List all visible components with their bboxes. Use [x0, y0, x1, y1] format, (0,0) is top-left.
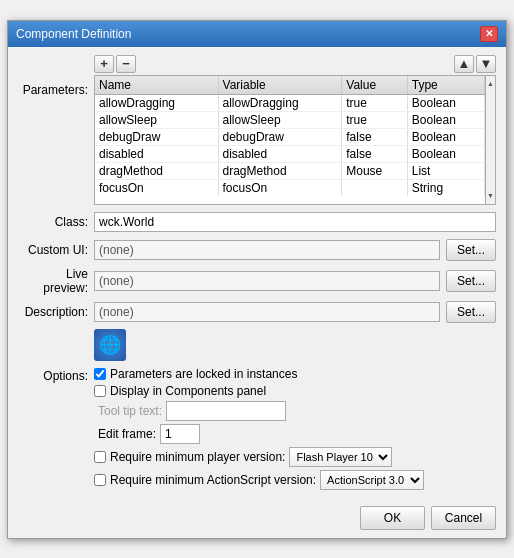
as-version-dropdown[interactable]: ActionScript 3.0ActionScript 2.0 — [320, 470, 424, 490]
table-cell: Boolean — [407, 128, 484, 145]
parameters-section: Parameters: + − ▲ ▼ — [18, 55, 496, 205]
col-variable: Variable — [218, 76, 342, 95]
move-up-button[interactable]: ▲ — [454, 55, 474, 73]
locked-params-checkbox[interactable] — [94, 368, 106, 380]
table-cell: true — [342, 111, 408, 128]
display-components-checkbox[interactable] — [94, 385, 106, 397]
version1-row: Require minimum player version: Flash Pl… — [94, 447, 496, 467]
table-row[interactable]: focusOnfocusOnString — [95, 179, 485, 196]
player-version-dropdown[interactable]: Flash Player 10Flash Player 11Flash Play… — [289, 447, 392, 467]
icon-row: 🌐 — [18, 329, 496, 361]
table-cell: focusOn — [95, 179, 218, 196]
scroll-up-arrow[interactable]: ▲ — [486, 78, 496, 90]
options-label: Options: — [18, 367, 88, 383]
table-cell: dragMethod — [218, 162, 342, 179]
locked-params-label: Parameters are locked in instances — [110, 367, 297, 381]
editframe-input[interactable] — [160, 424, 200, 444]
table-row[interactable]: disableddisabledfalseBoolean — [95, 145, 485, 162]
class-input[interactable] — [94, 212, 496, 232]
custom-ui-set-button[interactable]: Set... — [446, 239, 496, 261]
display-components-label: Display in Components panel — [110, 384, 266, 398]
min-player-checkbox[interactable] — [94, 451, 106, 463]
title-bar: Component Definition ✕ — [8, 21, 506, 47]
live-preview-row: Live preview: Set... — [18, 267, 496, 295]
table-cell — [342, 179, 408, 196]
table-cell: debugDraw — [95, 128, 218, 145]
live-preview-label: Live preview: — [18, 267, 88, 295]
remove-param-button[interactable]: − — [116, 55, 136, 73]
custom-ui-input[interactable] — [94, 240, 440, 260]
table-cell: allowDragging — [95, 94, 218, 111]
description-input[interactable] — [94, 302, 440, 322]
parameters-label: Parameters: — [18, 55, 88, 97]
add-param-button[interactable]: + — [94, 55, 114, 73]
custom-ui-label: Custom UI: — [18, 243, 88, 257]
table-cell: Mouse — [342, 162, 408, 179]
params-table: Name Variable Value Type allowDraggingal… — [95, 76, 485, 196]
table-row[interactable]: allowSleepallowSleeptrueBoolean — [95, 111, 485, 128]
close-button[interactable]: ✕ — [480, 26, 498, 42]
cancel-button[interactable]: Cancel — [431, 506, 496, 530]
table-row[interactable]: dragMethoddragMethodMouseList — [95, 162, 485, 179]
live-preview-input[interactable] — [94, 271, 440, 291]
table-cell: Boolean — [407, 145, 484, 162]
description-label: Description: — [18, 305, 88, 319]
scrollbar-track[interactable]: ▲ ▼ — [486, 75, 496, 205]
tooltip-row: Tool tip text: — [98, 401, 496, 421]
table-cell: dragMethod — [95, 162, 218, 179]
table-cell: allowSleep — [95, 111, 218, 128]
scroll-down-arrow[interactable]: ▼ — [486, 190, 496, 202]
dialog-footer: OK Cancel — [8, 500, 506, 538]
table-cell: String — [407, 179, 484, 196]
class-row: Class: — [18, 211, 496, 233]
live-preview-set-button[interactable]: Set... — [446, 270, 496, 292]
table-cell: focusOn — [218, 179, 342, 196]
col-value: Value — [342, 76, 408, 95]
col-type: Type — [407, 76, 484, 95]
parameters-right: + − ▲ ▼ Name Variable — [94, 55, 496, 205]
table-cell: disabled — [95, 145, 218, 162]
ok-button[interactable]: OK — [360, 506, 425, 530]
params-toolbar: + − ▲ ▼ — [94, 55, 496, 73]
editframe-row: Edit frame: — [98, 424, 496, 444]
dialog-body: Parameters: + − ▲ ▼ — [8, 47, 506, 500]
table-cell: debugDraw — [218, 128, 342, 145]
table-cell: false — [342, 128, 408, 145]
min-player-label: Require minimum player version: — [110, 450, 285, 464]
table-cell: allowDragging — [218, 94, 342, 111]
table-cell: allowSleep — [218, 111, 342, 128]
dialog-title: Component Definition — [16, 27, 131, 41]
params-table-container: Name Variable Value Type allowDraggingal… — [94, 75, 486, 205]
col-name: Name — [95, 76, 218, 95]
table-with-scroll: Name Variable Value Type allowDraggingal… — [94, 75, 496, 205]
min-as-label: Require minimum ActionScript version: — [110, 473, 316, 487]
options-right: Parameters are locked in instances Displ… — [94, 367, 496, 490]
params-toolbar-left: + − — [94, 55, 136, 73]
table-cell: Boolean — [407, 111, 484, 128]
move-down-button[interactable]: ▼ — [476, 55, 496, 73]
description-set-button[interactable]: Set... — [446, 301, 496, 323]
tooltip-label: Tool tip text: — [98, 404, 162, 418]
table-cell: Boolean — [407, 94, 484, 111]
editframe-label: Edit frame: — [98, 427, 156, 441]
table-row[interactable]: debugDrawdebugDrawfalseBoolean — [95, 128, 485, 145]
options-section: Options: Parameters are locked in instan… — [18, 367, 496, 490]
checkbox1-row: Parameters are locked in instances — [94, 367, 496, 381]
globe-icon: 🌐 — [94, 329, 126, 361]
custom-ui-row: Custom UI: Set... — [18, 239, 496, 261]
params-toolbar-right: ▲ ▼ — [454, 55, 496, 73]
description-row: Description: Set... — [18, 301, 496, 323]
checkbox2-row: Display in Components panel — [94, 384, 496, 398]
table-cell: true — [342, 94, 408, 111]
min-as-checkbox[interactable] — [94, 474, 106, 486]
table-cell: disabled — [218, 145, 342, 162]
class-label: Class: — [18, 215, 88, 229]
table-cell: false — [342, 145, 408, 162]
table-row[interactable]: allowDraggingallowDraggingtrueBoolean — [95, 94, 485, 111]
version2-row: Require minimum ActionScript version: Ac… — [94, 470, 496, 490]
table-cell: List — [407, 162, 484, 179]
component-definition-dialog: Component Definition ✕ Parameters: + − ▲… — [7, 20, 507, 539]
tooltip-input[interactable] — [166, 401, 286, 421]
